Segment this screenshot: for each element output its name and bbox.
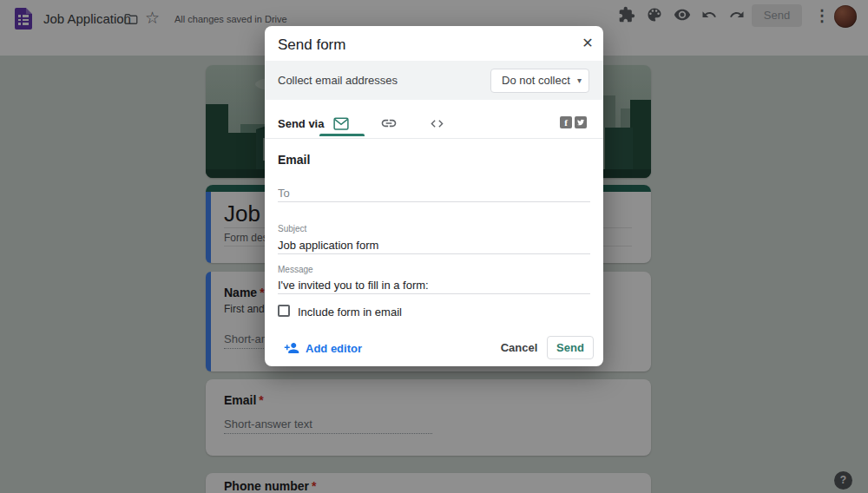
collect-email-row: Collect email addresses Do not collect ▾ (265, 61, 603, 100)
share-facebook-button[interactable]: f (560, 116, 572, 128)
tab-email[interactable] (324, 113, 358, 134)
to-input[interactable] (278, 184, 590, 202)
add-editor-button[interactable]: Add editor (284, 340, 362, 356)
send-form-dialog: Send form ✕ Collect email addresses Do n… (265, 26, 603, 366)
screen: Job Application ☆ All changes saved in D… (0, 0, 868, 493)
include-form-checkbox[interactable] (278, 305, 290, 317)
subject-label: Subject (278, 224, 306, 233)
send-via-label: Send via (278, 117, 324, 130)
collect-email-dropdown[interactable]: Do not collect ▾ (490, 69, 589, 93)
subject-input[interactable] (278, 237, 590, 254)
link-icon (380, 115, 398, 132)
dialog-send-button[interactable]: Send (547, 336, 594, 359)
collect-email-label: Collect email addresses (278, 74, 398, 87)
twitter-icon (576, 118, 585, 127)
person-add-icon (284, 340, 299, 356)
message-label: Message (278, 265, 313, 274)
active-tab-underline (319, 134, 365, 136)
dropdown-caret-icon: ▾ (577, 76, 582, 85)
cancel-button[interactable]: Cancel (499, 339, 539, 358)
close-icon[interactable]: ✕ (577, 33, 598, 54)
envelope-icon (333, 117, 349, 130)
tab-embed[interactable] (419, 113, 454, 134)
embed-code-icon (430, 116, 444, 131)
facebook-icon: f (564, 117, 568, 128)
include-form-checkbox-label: Include form in email (298, 306, 402, 319)
dropdown-value: Do not collect (502, 74, 570, 87)
message-input[interactable] (278, 277, 590, 294)
share-twitter-button[interactable] (575, 116, 587, 128)
tabs-divider (265, 138, 603, 139)
dialog-title: Send form (278, 36, 345, 54)
email-section-heading: Email (278, 153, 310, 167)
tab-link[interactable] (372, 113, 406, 134)
add-editor-label: Add editor (299, 342, 362, 355)
